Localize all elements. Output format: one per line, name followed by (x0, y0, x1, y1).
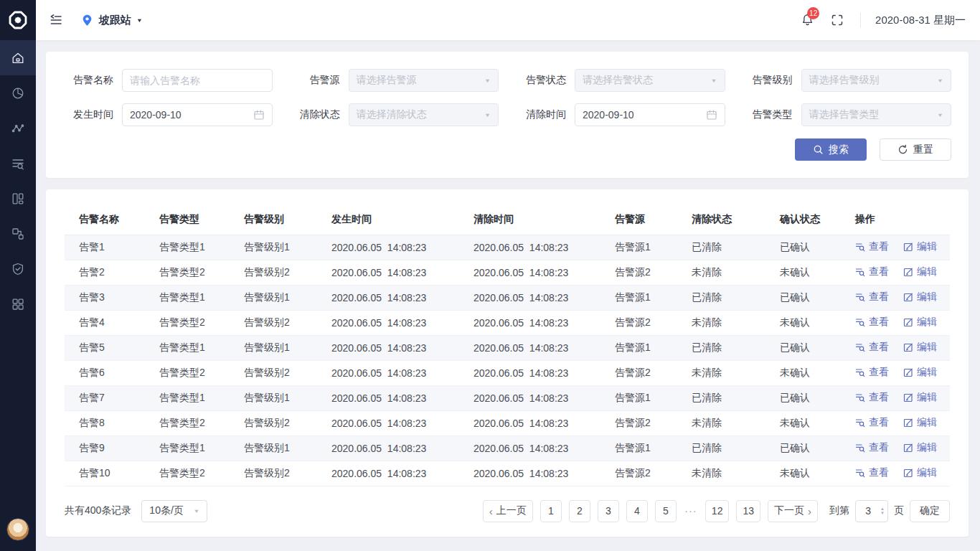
cell-confirm-status: 已确认 (765, 285, 841, 310)
page-number-button[interactable]: 12 (705, 500, 730, 522)
edit-link[interactable]: 编辑 (903, 265, 937, 278)
next-page-button[interactable]: 下一页› (768, 500, 818, 522)
page-number-button[interactable]: 5 (655, 500, 677, 522)
prev-page-button[interactable]: ‹上一页 (483, 500, 533, 522)
view-link[interactable]: 查看 (855, 366, 889, 379)
confirm-jump-button[interactable]: 确定 (910, 500, 950, 522)
cell-clear-status: 已清除 (677, 385, 765, 410)
chevron-down-icon: ▼ (136, 17, 143, 24)
page-jump: 到第 3 ▲▼ 页 确定 (829, 500, 950, 522)
cell-clear-time: 2020.06.05 14:08:23 (459, 335, 600, 360)
station-name: 坡跟站 (99, 14, 131, 27)
jump-page-input[interactable]: 3 ▲▼ (855, 500, 888, 522)
alarm-type-select[interactable]: 请选择告警类型 ▼ (801, 103, 952, 126)
edit-icon (903, 292, 913, 302)
alarm-status-select[interactable]: 请选择告警状态 ▼ (575, 69, 725, 92)
cell-alarm-source: 告警源2 (600, 461, 677, 486)
number-stepper[interactable]: ▲▼ (880, 507, 885, 515)
cell-confirm-status: 未确认 (765, 310, 841, 335)
station-selector[interactable]: 坡跟站 ▼ (80, 14, 143, 27)
cell-alarm-level: 告警级别1 (230, 285, 317, 310)
fullscreen-icon (830, 13, 844, 27)
page-number-button: ··· (684, 500, 698, 522)
occur-time-date-input[interactable]: 2020-09-10 (122, 103, 273, 126)
filter-clear-status: 清除状态 请选择清除状态 ▼ (290, 103, 499, 126)
reset-button[interactable]: 重置 (880, 138, 951, 161)
cell-occur-time: 2020.06.05 14:08:23 (317, 285, 459, 310)
sidebar-item-apps[interactable] (0, 286, 36, 321)
view-link[interactable]: 查看 (855, 240, 889, 253)
chevron-down-icon: ▼ (484, 112, 491, 118)
page-size-select[interactable]: 10条/页 ▼ (141, 500, 207, 522)
main-content: 告警名称 告警源 请选择告警源 ▼ 告警状态 请选择告警状态 ▼ 告警级别 (36, 40, 980, 551)
cell-clear-status: 未清除 (677, 260, 765, 285)
view-link[interactable]: 查看 (855, 441, 889, 454)
cell-clear-time: 2020.06.05 14:08:23 (459, 260, 600, 285)
table-row: 告警10告警类型2告警级别22020.06.05 14:08:232020.06… (65, 461, 950, 486)
cell-occur-time: 2020.06.05 14:08:23 (317, 410, 459, 435)
cell-actions: 查看编辑 (841, 260, 950, 285)
app-logo[interactable] (0, 0, 36, 40)
alarm-source-select[interactable]: 请选择告警源 ▼ (349, 69, 499, 92)
cell-alarm-name: 告警5 (65, 335, 145, 360)
cell-confirm-status: 已确认 (765, 235, 841, 260)
chevron-right-icon: › (808, 505, 811, 517)
alarm-level-select[interactable]: 请选择告警级别 ▼ (801, 69, 952, 92)
page-number-button[interactable]: 13 (736, 500, 760, 522)
filter-occur-time: 发生时间 2020-09-10 (63, 103, 273, 126)
edit-link[interactable]: 编辑 (903, 316, 937, 329)
search-button[interactable]: 搜索 (795, 138, 867, 161)
sidebar-item-security[interactable] (0, 251, 36, 286)
edit-link[interactable]: 编辑 (903, 466, 937, 479)
sidebar (0, 0, 36, 551)
user-avatar[interactable] (6, 518, 29, 541)
home-icon (11, 51, 25, 65)
cell-alarm-level: 告警级别2 (230, 260, 317, 285)
edit-link[interactable]: 编辑 (903, 240, 937, 253)
apps-grid-icon (11, 297, 25, 311)
sidebar-item-logs[interactable] (0, 146, 36, 181)
cell-alarm-source: 告警源2 (600, 360, 677, 385)
column-header: 清除时间 (459, 205, 600, 235)
cell-alarm-type: 告警类型2 (145, 260, 230, 285)
clear-time-date-input[interactable]: 2020-09-10 (575, 103, 725, 126)
alarm-name-input[interactable] (122, 69, 273, 92)
edit-link[interactable]: 编辑 (903, 291, 937, 303)
view-link[interactable]: 查看 (855, 316, 889, 329)
page-number-button[interactable]: 4 (626, 500, 648, 522)
view-link[interactable]: 查看 (855, 291, 889, 303)
sidebar-item-topology[interactable] (0, 216, 36, 251)
collapse-menu-button[interactable] (49, 13, 63, 27)
edit-icon (903, 392, 913, 402)
shield-check-icon (11, 262, 25, 276)
edit-link[interactable]: 编辑 (903, 341, 937, 354)
edit-icon (903, 267, 913, 277)
view-link[interactable]: 查看 (855, 265, 889, 278)
current-date: 2020-08-31 星期一 (875, 14, 966, 27)
edit-link[interactable]: 编辑 (903, 391, 937, 404)
page-number-button[interactable]: 2 (569, 500, 590, 522)
view-link[interactable]: 查看 (855, 466, 889, 479)
view-link[interactable]: 查看 (855, 341, 889, 354)
page-number-button[interactable]: 1 (540, 500, 562, 522)
chevron-down-icon: ▼ (484, 77, 491, 84)
sidebar-item-monitoring[interactable] (0, 110, 36, 146)
clear-time-label: 清除时间 (516, 108, 566, 121)
sidebar-item-analytics[interactable] (0, 75, 36, 110)
column-header: 发生时间 (317, 205, 459, 235)
edit-link[interactable]: 编辑 (903, 366, 937, 379)
cell-confirm-status: 未确认 (765, 260, 841, 285)
edit-link[interactable]: 编辑 (903, 441, 937, 454)
notifications-button[interactable]: 12 (801, 13, 814, 27)
edit-link[interactable]: 编辑 (903, 416, 937, 429)
fullscreen-button[interactable] (830, 13, 844, 27)
sidebar-item-layout[interactable] (0, 181, 36, 216)
page-number-button[interactable]: 3 (598, 500, 619, 522)
view-link[interactable]: 查看 (855, 416, 889, 429)
sidebar-item-home[interactable] (0, 40, 36, 75)
step-down-icon[interactable]: ▼ (880, 511, 885, 515)
filter-panel: 告警名称 告警源 请选择告警源 ▼ 告警状态 请选择告警状态 ▼ 告警级别 (46, 52, 969, 178)
filter-actions: 搜索 重置 (63, 138, 951, 161)
clear-status-select[interactable]: 请选择清除状态 ▼ (349, 103, 499, 126)
view-link[interactable]: 查看 (855, 391, 889, 404)
